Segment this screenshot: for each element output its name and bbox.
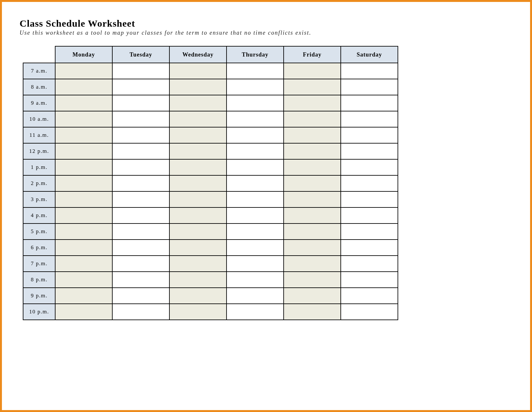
schedule-cell[interactable] bbox=[169, 159, 227, 175]
schedule-cell[interactable] bbox=[341, 95, 398, 111]
table-row: 8 a.m. bbox=[23, 79, 398, 95]
schedule-cell[interactable] bbox=[284, 191, 341, 207]
schedule-cell[interactable] bbox=[112, 111, 169, 127]
schedule-cell[interactable] bbox=[284, 95, 341, 111]
schedule-cell[interactable] bbox=[341, 288, 398, 304]
schedule-cell[interactable] bbox=[341, 159, 398, 175]
schedule-cell[interactable] bbox=[341, 143, 398, 159]
schedule-cell[interactable] bbox=[55, 127, 112, 143]
schedule-cell[interactable] bbox=[341, 79, 398, 95]
schedule-cell[interactable] bbox=[227, 79, 284, 95]
schedule-cell[interactable] bbox=[112, 79, 169, 95]
schedule-cell[interactable] bbox=[112, 224, 169, 240]
schedule-cell[interactable] bbox=[284, 63, 341, 79]
schedule-cell[interactable] bbox=[284, 159, 341, 175]
schedule-cell[interactable] bbox=[169, 288, 227, 304]
schedule-cell[interactable] bbox=[341, 272, 398, 288]
schedule-cell[interactable] bbox=[112, 127, 169, 143]
schedule-cell[interactable] bbox=[341, 127, 398, 143]
schedule-cell[interactable] bbox=[284, 79, 341, 95]
schedule-cell[interactable] bbox=[112, 288, 169, 304]
schedule-cell[interactable] bbox=[169, 207, 227, 224]
schedule-cell[interactable] bbox=[341, 175, 398, 191]
schedule-cell[interactable] bbox=[341, 111, 398, 127]
schedule-cell[interactable] bbox=[227, 304, 284, 320]
schedule-cell[interactable] bbox=[112, 159, 169, 175]
schedule-cell[interactable] bbox=[284, 143, 341, 159]
schedule-cell[interactable] bbox=[227, 256, 284, 272]
schedule-cell[interactable] bbox=[55, 288, 112, 304]
schedule-cell[interactable] bbox=[169, 272, 227, 288]
schedule-cell[interactable] bbox=[55, 143, 112, 159]
schedule-cell[interactable] bbox=[55, 159, 112, 175]
schedule-cell[interactable] bbox=[112, 272, 169, 288]
schedule-cell[interactable] bbox=[112, 207, 169, 224]
schedule-cell[interactable] bbox=[284, 224, 341, 240]
schedule-cell[interactable] bbox=[284, 272, 341, 288]
schedule-cell[interactable] bbox=[169, 191, 227, 207]
schedule-cell[interactable] bbox=[227, 95, 284, 111]
schedule-cell[interactable] bbox=[55, 224, 112, 240]
schedule-cell[interactable] bbox=[341, 240, 398, 256]
schedule-cell[interactable] bbox=[284, 111, 341, 127]
schedule-cell[interactable] bbox=[284, 256, 341, 272]
schedule-cell[interactable] bbox=[341, 207, 398, 224]
schedule-cell[interactable] bbox=[55, 95, 112, 111]
schedule-cell[interactable] bbox=[169, 240, 227, 256]
schedule-cell[interactable] bbox=[169, 79, 227, 95]
schedule-cell[interactable] bbox=[112, 63, 169, 79]
schedule-cell[interactable] bbox=[112, 95, 169, 111]
schedule-cell[interactable] bbox=[112, 175, 169, 191]
schedule-cell[interactable] bbox=[55, 272, 112, 288]
schedule-cell[interactable] bbox=[227, 207, 284, 224]
schedule-cell[interactable] bbox=[55, 304, 112, 320]
schedule-cell[interactable] bbox=[227, 240, 284, 256]
schedule-cell[interactable] bbox=[169, 143, 227, 159]
schedule-cell[interactable] bbox=[112, 191, 169, 207]
schedule-cell[interactable] bbox=[341, 304, 398, 320]
schedule-cell[interactable] bbox=[227, 111, 284, 127]
schedule-cell[interactable] bbox=[284, 207, 341, 224]
schedule-cell[interactable] bbox=[169, 256, 227, 272]
schedule-cell[interactable] bbox=[284, 175, 341, 191]
schedule-cell[interactable] bbox=[341, 256, 398, 272]
schedule-cell[interactable] bbox=[55, 207, 112, 224]
schedule-cell[interactable] bbox=[55, 111, 112, 127]
schedule-cell[interactable] bbox=[169, 111, 227, 127]
schedule-cell[interactable] bbox=[169, 224, 227, 240]
schedule-cell[interactable] bbox=[227, 63, 284, 79]
schedule-cell[interactable] bbox=[227, 191, 284, 207]
schedule-cell[interactable] bbox=[284, 127, 341, 143]
schedule-cell[interactable] bbox=[55, 256, 112, 272]
schedule-cell[interactable] bbox=[55, 79, 112, 95]
time-header: 7 p.m. bbox=[23, 256, 55, 272]
schedule-cell[interactable] bbox=[169, 95, 227, 111]
schedule-cell[interactable] bbox=[55, 191, 112, 207]
schedule-cell[interactable] bbox=[284, 304, 341, 320]
schedule-cell[interactable] bbox=[227, 143, 284, 159]
schedule-cell[interactable] bbox=[55, 240, 112, 256]
schedule-cell[interactable] bbox=[341, 224, 398, 240]
schedule-cell[interactable] bbox=[55, 175, 112, 191]
schedule-cell[interactable] bbox=[55, 63, 112, 79]
schedule-cell[interactable] bbox=[112, 304, 169, 320]
document-frame: Class Schedule Worksheet Use this worksh… bbox=[0, 0, 532, 412]
schedule-cell[interactable] bbox=[284, 240, 341, 256]
schedule-cell[interactable] bbox=[341, 63, 398, 79]
schedule-cell[interactable] bbox=[112, 143, 169, 159]
schedule-cell[interactable] bbox=[169, 63, 227, 79]
schedule-cell[interactable] bbox=[341, 191, 398, 207]
time-header: 9 p.m. bbox=[23, 288, 55, 304]
schedule-cell[interactable] bbox=[112, 256, 169, 272]
schedule-cell[interactable] bbox=[169, 304, 227, 320]
schedule-cell[interactable] bbox=[227, 175, 284, 191]
schedule-cell[interactable] bbox=[227, 272, 284, 288]
schedule-cell[interactable] bbox=[227, 127, 284, 143]
schedule-cell[interactable] bbox=[169, 175, 227, 191]
schedule-cell[interactable] bbox=[112, 240, 169, 256]
schedule-cell[interactable] bbox=[284, 288, 341, 304]
schedule-cell[interactable] bbox=[227, 288, 284, 304]
schedule-cell[interactable] bbox=[227, 159, 284, 175]
schedule-cell[interactable] bbox=[169, 127, 227, 143]
schedule-cell[interactable] bbox=[227, 224, 284, 240]
